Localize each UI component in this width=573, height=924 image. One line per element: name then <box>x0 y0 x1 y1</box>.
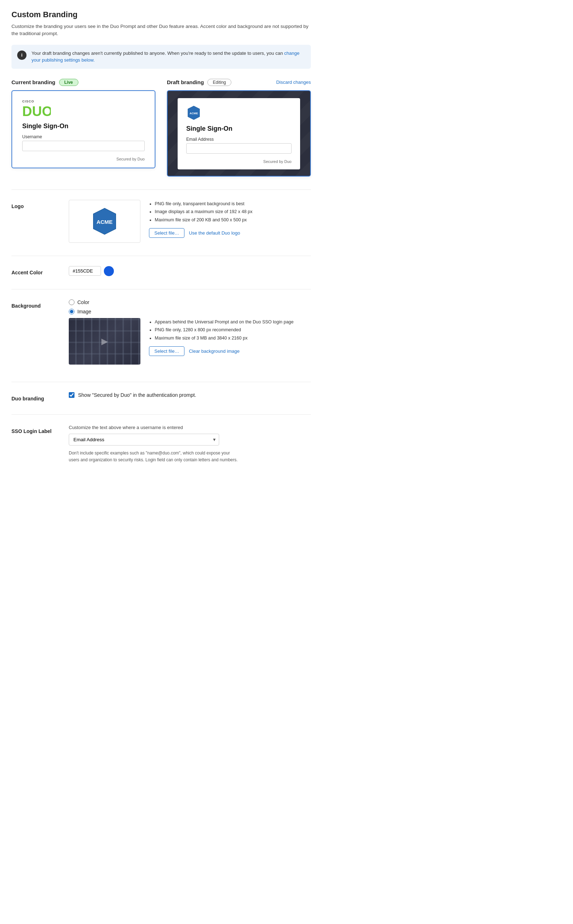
logo-req-1: PNG file only, transparent background is… <box>155 200 252 208</box>
background-image-radio[interactable] <box>69 309 75 315</box>
current-sso-title: Single Sign-On <box>22 122 145 130</box>
divider-4 <box>11 382 311 382</box>
sso-login-label-note: Don't include specific examples such as … <box>69 450 241 464</box>
background-color-radio-row: Color <box>69 299 311 305</box>
background-label: Background <box>11 299 69 309</box>
page-subtitle: Customize the branding your users see in… <box>11 23 311 38</box>
cisco-text: CISCO <box>22 100 145 103</box>
background-section-content: Color Image ▶ Appears behind the Univers… <box>69 299 311 369</box>
divider-5 <box>11 414 311 415</box>
sso-login-label-label: SSO Login Label <box>11 425 69 434</box>
draft-branding-preview: ACME Single Sign-On Email Address Secure… <box>167 90 311 177</box>
duo-branding-checkbox-row: Show "Secured by Duo" in the authenticat… <box>69 392 196 398</box>
background-image-decoration: ▶ <box>101 336 108 346</box>
background-color-label: Color <box>77 299 89 305</box>
logo-requirements-list: PNG file only, transparent background is… <box>149 200 252 224</box>
background-right: Appears behind the Universal Prompt and … <box>149 318 294 356</box>
duo-branding-checkbox[interactable] <box>69 392 75 398</box>
sso-login-label-content: Customize the text above where a usernam… <box>69 425 311 464</box>
accent-color-swatch[interactable] <box>104 266 114 276</box>
draft-field-input[interactable] <box>186 143 291 153</box>
bg-req-1: Appears behind the Universal Prompt and … <box>155 318 294 326</box>
info-banner-text: Your draft branding changes aren't curre… <box>31 50 305 64</box>
duo-branding-label: Duo branding <box>11 392 69 401</box>
clear-background-button[interactable]: Clear background image <box>189 348 240 354</box>
select-bg-file-button[interactable]: Select file… <box>149 346 185 356</box>
logo-req-3: Maximum file size of 200 KB and 500 x 50… <box>155 216 252 224</box>
bg-req-2: PNG file only, 1280 x 800 px recommended <box>155 326 294 334</box>
svg-text:ACME: ACME <box>189 111 198 114</box>
logo-right: PNG file only, transparent background is… <box>149 200 252 238</box>
duo-logo-svg: DUO <box>22 104 51 117</box>
background-color-radio[interactable] <box>69 299 75 305</box>
sso-login-label-section-row: SSO Login Label Customize the text above… <box>11 425 311 464</box>
background-image-label: Image <box>77 309 91 315</box>
background-requirements: Appears behind the Universal Prompt and … <box>149 318 294 342</box>
accent-color-content: #155CDE <box>69 266 311 276</box>
logo-section-row: Logo ACME PNG file only, transparent bac… <box>11 200 311 243</box>
background-image-radio-row: Image <box>69 309 311 315</box>
divider-2 <box>11 256 311 256</box>
svg-text:ACME: ACME <box>96 219 113 225</box>
sso-login-label-desc: Customize the text above where a usernam… <box>69 425 311 430</box>
background-image-inner: ▶ <box>69 318 140 365</box>
sso-login-label-select[interactable]: Username Email Address Email Custom <box>69 434 219 446</box>
info-icon: i <box>17 50 27 60</box>
draft-branding-title: Draft branding <box>167 79 204 85</box>
logo-preview-box: ACME <box>69 200 140 243</box>
background-section-row: Background Color Image ▶ Appears behind … <box>11 299 311 369</box>
divider-3 <box>11 289 311 290</box>
background-btn-row: Select file… Clear background image <box>149 346 294 356</box>
duo-logo: DUO <box>22 104 145 117</box>
current-branding-badge: Live <box>59 79 78 86</box>
page-title: Custom Branding <box>11 10 311 19</box>
svg-text:DUO: DUO <box>22 104 51 117</box>
background-image-section: ▶ Appears behind the Universal Prompt an… <box>69 318 311 369</box>
bg-req-3: Maximum file size of 3 MB and 3840 x 216… <box>155 334 294 342</box>
current-branding-col: Current branding Live CISCO DUO Single S… <box>11 79 155 177</box>
draft-branding-col: Draft branding Editing Discard changes A… <box>167 79 311 177</box>
logo-requirements: PNG file only, transparent background is… <box>149 200 252 224</box>
info-banner: i Your draft branding changes aren't cur… <box>11 45 311 69</box>
draft-branding-header: Draft branding Editing Discard changes <box>167 79 311 86</box>
current-secured-by: Secured by Duo <box>22 157 145 161</box>
acme-logo-large: ACME <box>90 207 119 236</box>
draft-secured-by: Secured by Duo <box>186 160 291 164</box>
draft-branding-badge: Editing <box>207 79 231 86</box>
logo-section-content: ACME PNG file only, transparent backgrou… <box>69 200 311 243</box>
background-requirements-list: Appears behind the Universal Prompt and … <box>149 318 294 342</box>
duo-branding-section-row: Duo branding Show "Secured by Duo" in th… <box>11 392 311 401</box>
accent-input-row: #155CDE <box>69 266 114 276</box>
discard-changes-link[interactable]: Discard changes <box>276 80 311 85</box>
accent-color-label: Accent Color <box>11 266 69 276</box>
accent-color-section-row: Accent Color #155CDE <box>11 266 311 276</box>
current-branding-preview: CISCO DUO Single Sign-On Username Secure… <box>11 90 155 168</box>
use-default-duo-logo-button[interactable]: Use the default Duo logo <box>189 230 240 236</box>
divider-1 <box>11 189 311 190</box>
logo-label: Logo <box>11 200 69 209</box>
background-image-preview: ▶ <box>69 318 140 365</box>
current-branding-title: Current branding <box>11 79 55 85</box>
acme-logo-small: ACME <box>186 105 201 121</box>
accent-color-input[interactable]: #155CDE <box>69 266 101 276</box>
select-logo-file-button[interactable]: Select file… <box>149 228 185 238</box>
logo-btn-row: Select file… Use the default Duo logo <box>149 228 252 238</box>
current-field-input[interactable] <box>22 141 145 151</box>
sso-select-wrapper: Username Email Address Email Custom ▾ <box>69 434 219 446</box>
current-branding-header: Current branding Live <box>11 79 155 86</box>
draft-preview-inner: ACME Single Sign-On Email Address Secure… <box>178 98 300 169</box>
draft-sso-title: Single Sign-On <box>186 125 291 133</box>
branding-previews-row: Current branding Live CISCO DUO Single S… <box>11 79 311 177</box>
current-field-label: Username <box>22 134 145 139</box>
logo-req-2: Image displays at a maximum size of 192 … <box>155 208 252 216</box>
duo-branding-content: Show "Secured by Duo" in the authenticat… <box>69 392 311 398</box>
duo-branding-checkbox-label: Show "Secured by Duo" in the authenticat… <box>78 392 196 398</box>
draft-field-label: Email Address <box>186 137 291 142</box>
